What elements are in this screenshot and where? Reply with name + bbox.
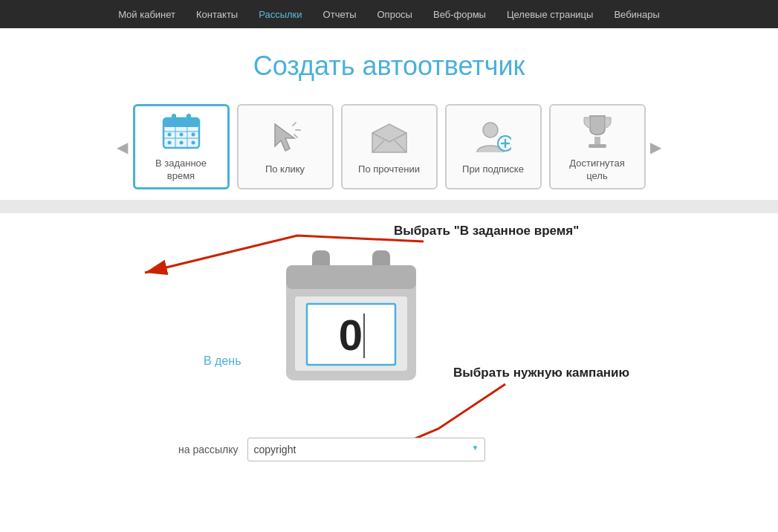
type-card-scheduled[interactable]: В заданноевремя <box>133 104 230 189</box>
calendar-icon <box>161 111 201 152</box>
svg-rect-3 <box>187 114 191 124</box>
type-card-click[interactable]: По клику <box>237 104 334 189</box>
svg-marker-14 <box>275 124 294 151</box>
cursor-icon <box>265 117 305 158</box>
nav-item-surveys[interactable]: Опросы <box>377 9 412 20</box>
svg-point-18 <box>483 123 498 137</box>
svg-point-12 <box>179 140 183 144</box>
page-content: Создать автоответчик ◀ <box>0 28 778 532</box>
envelope-open-icon <box>369 117 409 158</box>
svg-rect-23 <box>589 144 606 148</box>
nav-item-reports[interactable]: Отчеты <box>323 9 357 20</box>
types-left-arrow[interactable]: ◀ <box>112 125 133 169</box>
nav-item-mailings[interactable]: Рассылки <box>259 9 302 20</box>
mailing-select-wrapper: copyright Другая рассылка 1 Другая рассы… <box>247 438 485 461</box>
svg-rect-2 <box>172 114 176 124</box>
annotation-area: Выбрать "В заданное время" 0 <box>0 213 778 481</box>
nav-item-cabinet[interactable]: Мой кабинет <box>118 9 175 20</box>
svg-point-13 <box>191 140 195 144</box>
svg-rect-22 <box>594 137 600 144</box>
svg-line-17 <box>294 134 297 137</box>
svg-point-9 <box>179 132 183 136</box>
svg-point-11 <box>167 140 171 144</box>
annotation-text-2: Выбрать нужную кампанию <box>453 366 684 380</box>
type-label-scheduled: В заданноевремя <box>155 158 207 183</box>
type-label-goal: Достигнутаяцель <box>569 158 624 183</box>
big-calendar-decoration: 0 <box>279 243 424 391</box>
types-list: В заданноевремя По клику <box>133 104 646 189</box>
type-card-read[interactable]: По прочтении <box>341 104 438 189</box>
types-section: ◀ <box>0 97 778 189</box>
svg-point-10 <box>191 132 195 136</box>
nav-bar: Мой кабинет Контакты Рассылки Отчеты Опр… <box>0 0 778 28</box>
svg-rect-1 <box>163 118 199 127</box>
mailing-select-area: на рассылку copyright Другая рассылка 1 … <box>178 438 485 461</box>
nav-item-webinars[interactable]: Вебинары <box>614 9 659 20</box>
type-card-goal[interactable]: Достигнутаяцель <box>549 104 646 189</box>
svg-rect-29 <box>286 265 416 289</box>
type-label-subscribe: При подписке <box>462 163 524 176</box>
mailing-label: на рассылку <box>178 444 239 455</box>
page-title: Создать автоответчик <box>0 28 778 97</box>
svg-text:0: 0 <box>339 311 363 359</box>
trophy-icon <box>577 111 617 152</box>
user-plus-icon <box>473 117 513 158</box>
day-label: В день <box>204 354 241 368</box>
annotation-text-1: Выбрать "В заданное время" <box>394 224 579 239</box>
type-label-click: По клику <box>265 163 305 176</box>
types-right-arrow[interactable]: ▶ <box>646 125 667 169</box>
nav-item-webforms[interactable]: Веб-формы <box>433 9 486 20</box>
types-divider <box>0 200 778 213</box>
type-card-subscribe[interactable]: При подписке <box>445 104 542 189</box>
nav-item-contacts[interactable]: Контакты <box>196 9 238 20</box>
svg-point-8 <box>167 132 171 136</box>
type-label-read: По прочтении <box>358 163 420 176</box>
mailing-select[interactable]: copyright Другая рассылка 1 Другая рассы… <box>247 438 485 461</box>
nav-item-landing[interactable]: Целевые страницы <box>507 9 593 20</box>
svg-line-15 <box>293 123 296 126</box>
